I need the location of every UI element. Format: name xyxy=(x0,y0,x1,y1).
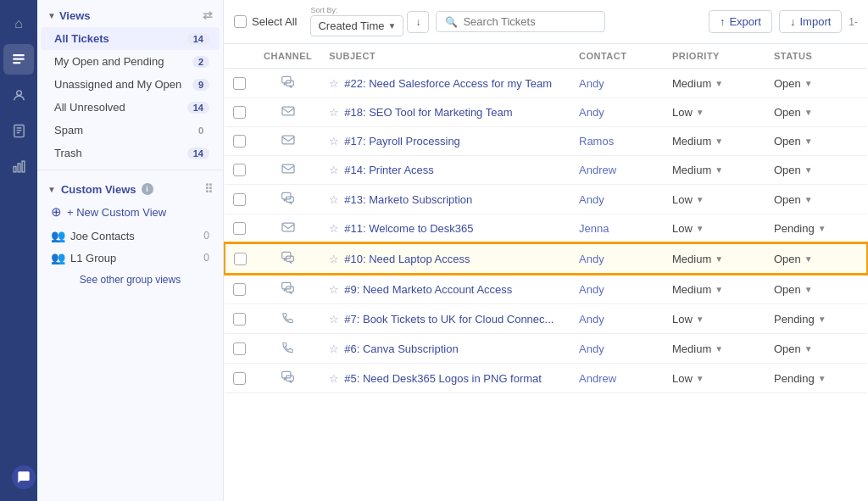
ticket-subject[interactable]: ☆ #22: Need Salesforce Access for my Tea… xyxy=(329,77,562,90)
sidebar-item-my-open-pending[interactable]: My Open and Pending 2 xyxy=(41,50,220,73)
priority-dropdown[interactable]: ▼ xyxy=(715,136,723,146)
priority-dropdown[interactable]: ▼ xyxy=(715,254,723,264)
ticket-subject[interactable]: ☆ #10: Need Laptop Access xyxy=(329,253,562,265)
star-icon[interactable]: ☆ xyxy=(329,342,339,355)
search-input[interactable] xyxy=(463,15,596,28)
ticket-subject[interactable]: ☆ #6: Canva Subscription xyxy=(329,342,562,355)
tickets-icon[interactable] xyxy=(3,44,34,75)
ticket-subject[interactable]: ☆ #13: Marketo Subscription xyxy=(329,193,562,206)
sort-direction-button[interactable]: ↓ xyxy=(407,11,429,33)
sidebar-item-trash[interactable]: Trash 14 xyxy=(41,142,220,164)
kb-icon[interactable] xyxy=(3,115,34,146)
star-icon[interactable]: ☆ xyxy=(329,164,339,176)
sidebar-item-spam[interactable]: Spam 0 xyxy=(41,119,220,142)
contact-name[interactable]: Andy xyxy=(579,283,604,296)
row-checkbox[interactable] xyxy=(233,135,246,148)
row-checkbox[interactable] xyxy=(233,164,246,176)
star-icon[interactable]: ☆ xyxy=(329,77,339,90)
priority-dropdown[interactable]: ▼ xyxy=(715,79,723,88)
contacts-icon[interactable] xyxy=(3,80,34,110)
sidebar-item-all-tickets[interactable]: All Tickets 14 xyxy=(41,27,220,50)
star-icon[interactable]: ☆ xyxy=(329,313,339,326)
views-section-header[interactable]: ▼ Views ⇄ xyxy=(37,0,223,27)
table-row[interactable]: ☆ #7: Book Tickets to UK for Cloud Conne… xyxy=(225,304,867,334)
status-dropdown[interactable]: ▼ xyxy=(818,315,826,324)
row-checkbox[interactable] xyxy=(233,342,246,355)
row-checkbox[interactable] xyxy=(233,222,246,235)
status-dropdown[interactable]: ▼ xyxy=(804,254,813,264)
status-dropdown[interactable]: ▼ xyxy=(804,285,813,294)
star-icon[interactable]: ☆ xyxy=(329,193,339,206)
home-icon[interactable]: ⌂ xyxy=(3,8,34,39)
ticket-subject[interactable]: ☆ #11: Welcome to Desk365 xyxy=(329,222,562,235)
priority-dropdown[interactable]: ▼ xyxy=(696,108,704,117)
priority-dropdown[interactable]: ▼ xyxy=(696,315,704,324)
ticket-subject[interactable]: ☆ #17: Payroll Processing xyxy=(329,135,562,148)
table-row[interactable]: ☆ #11: Welcome to Desk365 Jenna Low ▼ Pe… xyxy=(225,214,867,244)
group-item-joe[interactable]: 👥 Joe Contacts 0 xyxy=(37,225,223,247)
reports-icon[interactable] xyxy=(3,151,34,181)
ticket-subject[interactable]: ☆ #18: SEO Tool for Marketing Team xyxy=(329,106,562,119)
priority-dropdown[interactable]: ▼ xyxy=(696,195,704,204)
row-checkbox[interactable] xyxy=(234,253,247,265)
select-all-checkbox[interactable] xyxy=(234,15,247,28)
contact-name[interactable]: Andy xyxy=(579,342,604,355)
status-dropdown[interactable]: ▼ xyxy=(818,224,826,233)
table-row[interactable]: ☆ #13: Marketo Subscription Andy Low ▼ O… xyxy=(225,185,867,214)
sidebar-item-all-unresolved[interactable]: All Unresolved 14 xyxy=(41,96,220,119)
table-row[interactable]: ☆ #17: Payroll Processing Ramos Medium ▼… xyxy=(225,127,867,156)
row-checkbox[interactable] xyxy=(233,372,246,385)
status-dropdown[interactable]: ▼ xyxy=(804,79,813,88)
row-checkbox[interactable] xyxy=(233,313,246,326)
status-dropdown[interactable]: ▼ xyxy=(804,344,813,353)
contact-name[interactable]: Jenna xyxy=(579,222,609,235)
row-checkbox[interactable] xyxy=(233,106,246,119)
contact-name[interactable]: Andrew xyxy=(579,372,616,385)
see-other-groups-link[interactable]: See other group views xyxy=(37,269,223,291)
group-item-l1[interactable]: 👥 L1 Group 0 xyxy=(37,247,223,269)
status-dropdown[interactable]: ▼ xyxy=(818,374,826,383)
contact-name[interactable]: Andy xyxy=(579,313,604,326)
sidebar-item-unassigned-open[interactable]: Unassigned and My Open 9 xyxy=(41,73,220,96)
priority-dropdown[interactable]: ▼ xyxy=(696,224,704,233)
table-row[interactable]: ☆ #6: Canva Subscription Andy Medium ▼ O… xyxy=(225,334,867,364)
table-row[interactable]: ☆ #10: Need Laptop Access Andy Medium ▼ … xyxy=(225,243,867,274)
export-button[interactable]: ↑ Export xyxy=(709,10,772,33)
priority-dropdown[interactable]: ▼ xyxy=(715,165,723,175)
star-icon[interactable]: ☆ xyxy=(329,222,339,235)
contact-name[interactable]: Andy xyxy=(579,193,604,206)
import-button[interactable]: ↓ Import xyxy=(779,10,842,33)
contact-name[interactable]: Andy xyxy=(579,253,604,265)
star-icon[interactable]: ☆ xyxy=(329,372,339,385)
table-row[interactable]: ☆ #5: Need Desk365 Logos in PNG format A… xyxy=(225,364,867,393)
ticket-subject[interactable]: ☆ #14: Printer Acess xyxy=(329,164,562,176)
status-dropdown[interactable]: ▼ xyxy=(804,136,813,146)
select-all-area[interactable]: Select All xyxy=(234,15,297,28)
priority-dropdown[interactable]: ▼ xyxy=(696,374,704,383)
priority-dropdown[interactable]: ▼ xyxy=(715,285,723,294)
table-row[interactable]: ☆ #14: Printer Acess Andrew Medium ▼ Ope… xyxy=(225,156,867,185)
contact-name[interactable]: Ramos xyxy=(579,135,614,148)
star-icon[interactable]: ☆ xyxy=(329,135,339,148)
row-checkbox[interactable] xyxy=(233,77,246,90)
contact-name[interactable]: Andy xyxy=(579,77,604,90)
sort-dropdown[interactable]: Created Time ▼ xyxy=(310,15,403,36)
status-dropdown[interactable]: ▼ xyxy=(804,165,813,175)
contact-name[interactable]: Andrew xyxy=(579,164,616,176)
star-icon[interactable]: ☆ xyxy=(329,106,339,119)
status-dropdown[interactable]: ▼ xyxy=(804,108,813,117)
table-row[interactable]: ☆ #18: SEO Tool for Marketing Team Andy … xyxy=(225,98,867,127)
priority-dropdown[interactable]: ▼ xyxy=(715,344,723,353)
new-custom-view-button[interactable]: ⊕ + New Custom View xyxy=(37,199,223,225)
contact-name[interactable]: Andy xyxy=(579,106,604,119)
row-checkbox[interactable] xyxy=(233,193,246,206)
ticket-subject[interactable]: ☆ #5: Need Desk365 Logos in PNG format xyxy=(329,372,562,385)
star-icon[interactable]: ☆ xyxy=(329,283,339,296)
status-dropdown[interactable]: ▼ xyxy=(804,195,813,204)
ticket-subject[interactable]: ☆ #7: Book Tickets to UK for Cloud Conne… xyxy=(329,313,562,326)
ticket-subject[interactable]: ☆ #9: Need Marketo Account Access xyxy=(329,283,562,296)
star-icon[interactable]: ☆ xyxy=(329,253,339,265)
table-row[interactable]: ☆ #22: Need Salesforce Access for my Tea… xyxy=(225,69,867,98)
table-row[interactable]: ☆ #9: Need Marketo Account Access Andy M… xyxy=(225,274,867,304)
chat-bubble-button[interactable] xyxy=(12,465,36,489)
